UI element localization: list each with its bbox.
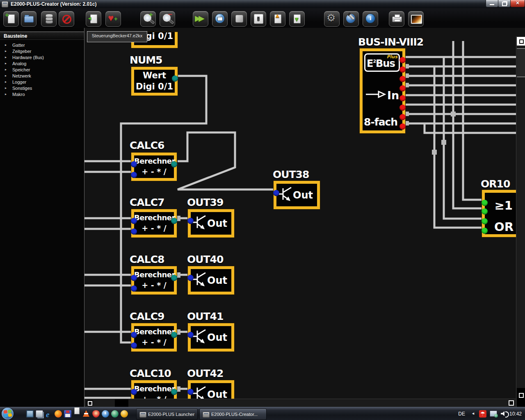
network-tray-icon[interactable] <box>490 411 497 417</box>
block-out39[interactable]: Out <box>188 209 234 237</box>
close-button[interactable]: ✕ <box>510 0 525 7</box>
open-button[interactable] <box>21 11 37 27</box>
block-or10[interactable]: ≥1 OR <box>482 190 519 237</box>
input-port[interactable] <box>131 161 137 167</box>
input-port[interactable] <box>131 342 137 349</box>
avira-tray-icon[interactable]: ☂ <box>479 410 486 418</box>
output-port[interactable] <box>171 218 177 224</box>
input-port[interactable] <box>131 332 137 338</box>
horizontal-scrollbar[interactable] <box>84 399 516 407</box>
bus-output-port[interactable] <box>399 66 406 73</box>
wire-bus-branch[interactable] <box>425 123 516 133</box>
input-port[interactable] <box>273 190 279 196</box>
sidebar-item-gatter[interactable]: ▸Gatter <box>0 43 84 49</box>
input-port[interactable] <box>131 275 137 281</box>
wire-calc6-to-out38[interactable] <box>178 132 274 189</box>
vertical-scrollbar[interactable] <box>516 36 525 407</box>
zoom-out-button[interactable]: − <box>160 11 175 27</box>
zoom-in-button[interactable]: + <box>140 11 156 27</box>
language-indicator[interactable]: DE <box>458 411 465 417</box>
wire-junction[interactable] <box>432 150 437 155</box>
block-out40[interactable]: Out <box>188 266 234 294</box>
upload-button[interactable]: ▲ <box>270 11 285 27</box>
or-input-port[interactable] <box>482 208 488 215</box>
print-button[interactable] <box>389 11 404 27</box>
output-port[interactable] <box>172 75 178 82</box>
bus-output-port[interactable] <box>399 105 406 111</box>
switch-button[interactable] <box>251 11 266 27</box>
run-button[interactable]: ▶▶ <box>193 11 208 27</box>
sidebar-item-hardware-bus[interactable]: ▸Hardware (Bus) <box>0 55 84 61</box>
explorer-icon[interactable] <box>36 410 43 418</box>
block-out41[interactable]: Out <box>188 323 234 352</box>
import-button[interactable]: ◄ <box>86 11 101 27</box>
settings-button[interactable]: ⚙ <box>324 11 340 27</box>
block-out38[interactable]: Out <box>274 181 320 209</box>
bus-output-port[interactable] <box>399 57 406 63</box>
wire-to-or-in1[interactable] <box>463 41 483 200</box>
database-button[interactable] <box>41 11 57 27</box>
favorite-add-button[interactable]: ♥+ <box>105 11 121 27</box>
wire-junction[interactable] <box>451 112 456 116</box>
gold-sphere-icon[interactable] <box>121 410 128 418</box>
save-floppy-icon[interactable] <box>64 410 71 418</box>
taskbar-button-launcher[interactable]: E2000-PLUS Launcher <box>136 409 198 420</box>
stop-button[interactable] <box>231 11 247 27</box>
sidebar-item-analog[interactable]: ▸Analog <box>0 61 84 67</box>
clock[interactable]: 10:42 <box>509 411 522 417</box>
input-port[interactable] <box>131 172 137 178</box>
globe-icon[interactable] <box>111 410 119 418</box>
info-button[interactable]: i <box>363 11 378 27</box>
sidebar-item-logger[interactable]: ▸Logger <box>0 80 84 86</box>
bus-output-port[interactable] <box>399 85 406 91</box>
input-port[interactable] <box>131 389 137 395</box>
sidebar-item-zeitgeber[interactable]: ▸Zeitgeber <box>0 49 84 55</box>
block-bus-in-viii2[interactable]: Plus E2Bus In 8-fach <box>360 48 405 133</box>
internet-explorer-icon[interactable]: e <box>46 410 53 418</box>
wire-to-or-in4[interactable] <box>434 66 483 228</box>
document-tab[interactable]: SteuerungBecker47.e2kx <box>87 31 147 42</box>
title-bar[interactable]: E2000-PLUS-Creator (Version: 2.01c) ✕ <box>0 0 525 9</box>
tools-button[interactable] <box>343 11 359 27</box>
sidebar-item-sonstiges[interactable]: ▸Sonstiges <box>0 86 84 92</box>
network-button[interactable] <box>212 11 228 27</box>
blue-clock-icon[interactable] <box>102 410 109 418</box>
output-port[interactable] <box>171 332 177 338</box>
block-calc7[interactable]: Berechner + - * / <box>131 209 177 237</box>
or-input-port[interactable] <box>482 200 488 206</box>
restore-button[interactable] <box>498 0 511 7</box>
output-port[interactable] <box>171 389 177 395</box>
start-button[interactable] <box>2 408 14 420</box>
vlc-icon[interactable] <box>83 410 89 417</box>
scrollbar-bottom-button[interactable] <box>517 388 525 407</box>
sidebar-item-makro[interactable]: ▸Makro <box>0 92 84 98</box>
bus-output-port[interactable] <box>399 114 406 120</box>
sidebar-item-speicher[interactable]: ▸Speicher <box>0 67 84 73</box>
output-port[interactable] <box>171 275 177 281</box>
block-num5[interactable]: Wert Digi 0/1 <box>131 67 178 96</box>
download-button[interactable]: ▼ <box>289 11 305 27</box>
input-port[interactable] <box>131 285 137 292</box>
block-calc6[interactable]: Berechner + - * / <box>131 153 177 181</box>
scrollbar-left-button[interactable] <box>86 400 93 406</box>
antivirus-shield-icon[interactable] <box>92 410 100 418</box>
vertical-scrollbar-thumb[interactable] <box>517 48 525 77</box>
cancel-button[interactable] <box>59 11 74 27</box>
output-port[interactable] <box>171 161 177 167</box>
show-desktop-icon[interactable] <box>26 410 34 418</box>
or-input-port[interactable] <box>482 218 488 224</box>
firefox-icon[interactable] <box>55 410 62 418</box>
tray-expand-icon[interactable]: ◄ <box>471 411 475 415</box>
document-icon[interactable] <box>74 407 80 414</box>
minimize-button[interactable] <box>486 0 498 7</box>
scrollbar-right-button[interactable] <box>509 400 514 406</box>
image-button[interactable] <box>408 11 424 27</box>
horizontal-scrollbar-thumb[interactable] <box>115 399 128 407</box>
input-port[interactable] <box>187 332 194 338</box>
block-calc9[interactable]: Berechner + - * / <box>131 323 177 352</box>
bus-output-port[interactable] <box>399 76 406 82</box>
input-port[interactable] <box>187 389 194 395</box>
scrollbar-top-button[interactable] <box>517 37 525 46</box>
input-port[interactable] <box>187 218 194 224</box>
sidebar-item-netzwerk[interactable]: ▸Netzwerk <box>0 73 84 80</box>
